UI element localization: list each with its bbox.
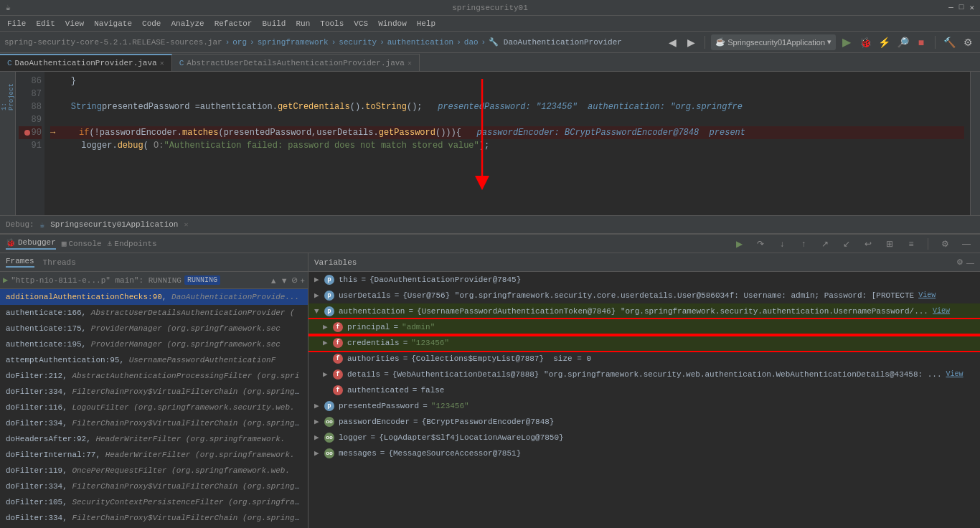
menu-analyze[interactable]: Analyze: [166, 18, 208, 29]
menu-build[interactable]: Build: [258, 18, 290, 29]
menu-file[interactable]: File: [3, 18, 30, 29]
frame-item-2[interactable]: authenticate:175, ProviderManager (org.s…: [0, 321, 308, 336]
debug-eval-btn[interactable]: ↩: [860, 236, 876, 252]
expand-principal[interactable]: ▶: [323, 321, 331, 334]
settings-button[interactable]: ⚙: [960, 34, 976, 50]
frame-item-8[interactable]: doFilter:334, FilterChainProxy$VirtualFi…: [0, 415, 308, 431]
vars-close-btn[interactable]: —: [966, 258, 974, 267]
debug-resume-btn[interactable]: ▶: [731, 236, 747, 252]
var-auth-view[interactable]: View: [933, 305, 950, 318]
frame-item-5[interactable]: doFilter:212, AbstractAuthenticationProc…: [0, 368, 308, 384]
debug-session-close[interactable]: ✕: [184, 220, 188, 229]
menu-edit[interactable]: Edit: [32, 18, 59, 29]
frame-item-13[interactable]: doFilter:105, SecurityContextPersistence…: [0, 494, 308, 510]
var-userDetails[interactable]: ▶ p userDetails = {User@756} "org.spring…: [308, 288, 980, 303]
menu-run[interactable]: Run: [291, 18, 314, 29]
var-this[interactable]: ▶ p this = {DaoAuthenticationProvider@78…: [308, 272, 980, 288]
var-authenticated[interactable]: f authenticated = false: [308, 382, 980, 398]
frames-tab[interactable]: Frames: [6, 257, 34, 268]
var-userDetails-view[interactable]: View: [918, 289, 936, 302]
thread-down-btn[interactable]: ▼: [281, 276, 288, 285]
var-messages[interactable]: ▶ oo messages = {MessageSourceAccessor@7…: [308, 446, 980, 461]
expand-presentedPassword[interactable]: ▶: [314, 400, 323, 412]
breadcrumb-authentication[interactable]: authentication: [387, 38, 453, 47]
debug-frames-btn[interactable]: ⊞: [882, 236, 897, 252]
debug-stepinto-btn[interactable]: ↓: [774, 236, 790, 252]
frame-item-11[interactable]: doFilter:119, OncePerRequestFilter (org.…: [0, 463, 308, 478]
expand-userDetails[interactable]: ▶: [314, 289, 323, 302]
menu-view[interactable]: View: [61, 18, 88, 29]
debug-stepover-btn[interactable]: ↷: [753, 236, 768, 252]
menu-window[interactable]: Window: [374, 18, 411, 29]
var-passwordEncoder[interactable]: ▶ oo passwordEncoder = {BCryptPasswordEn…: [308, 414, 980, 430]
menu-navigate[interactable]: Navigate: [90, 18, 136, 29]
build-button[interactable]: 🔨: [941, 34, 957, 50]
debug-hide-btn[interactable]: —: [958, 236, 974, 252]
frame-item-3[interactable]: authenticate:195, ProviderManager (org.s…: [0, 336, 308, 352]
thread-filter-btn[interactable]: ⊘: [291, 275, 298, 285]
var-logger[interactable]: ▶ oo logger = {LogAdapter$Slf4jLocationA…: [308, 430, 980, 446]
minimize-button[interactable]: —: [948, 3, 953, 12]
tab-abstract[interactable]: C AbstractUserDetailsAuthenticationProvi…: [172, 54, 420, 71]
expand-this[interactable]: ▶: [314, 273, 323, 286]
debug-stepout-btn[interactable]: ↑: [796, 236, 811, 252]
expand-details[interactable]: ▶: [323, 368, 331, 381]
menu-refactor[interactable]: Refactor: [210, 18, 257, 29]
expand-logger[interactable]: ▶: [314, 431, 323, 444]
expand-authentication[interactable]: ▼: [314, 305, 323, 318]
tab-debugger[interactable]: 🐞 Debugger: [6, 238, 56, 250]
frame-item-9[interactable]: doHeadersAfter:92, HeaderWriterFilter (o…: [0, 431, 308, 447]
menu-code[interactable]: Code: [138, 18, 165, 29]
sidebar-project-icon[interactable]: 1: Project: [1, 75, 14, 110]
var-authentication[interactable]: ▼ p authentication = {UsernamePasswordAu…: [308, 303, 980, 319]
menu-tools[interactable]: Tools: [316, 18, 348, 29]
maximize-button[interactable]: □: [959, 3, 964, 12]
var-authorities[interactable]: f authorities = {Collections$EmptyList@7…: [308, 351, 980, 367]
frame-item-4[interactable]: attemptAuthentication:95, UsernamePasswo…: [0, 352, 308, 368]
forward-button[interactable]: ▶: [683, 34, 699, 50]
var-details[interactable]: ▶ f details = {WebAuthenticationDetails@…: [308, 367, 980, 382]
debug-back-btn[interactable]: ↙: [839, 236, 854, 252]
vars-settings-btn[interactable]: ⚙: [956, 258, 963, 267]
close-button[interactable]: ✕: [969, 3, 974, 12]
thread-up-btn[interactable]: ▲: [270, 276, 278, 285]
menu-help[interactable]: Help: [413, 18, 440, 29]
frame-item-14[interactable]: doFilter:334, FilterChainProxy$VirtualFi…: [0, 510, 308, 526]
breadcrumb-dao[interactable]: dao: [464, 38, 479, 47]
tab-dao-close[interactable]: ✕: [160, 59, 164, 67]
tab-abstract-close[interactable]: ✕: [407, 59, 412, 67]
profile-button[interactable]: 🔎: [895, 34, 910, 50]
var-details-view[interactable]: View: [946, 368, 963, 381]
breadcrumb-org[interactable]: org: [232, 38, 247, 47]
frame-item-6[interactable]: doFilter:334, FilterChainProxy$VirtualFi…: [0, 384, 308, 400]
var-presentedPassword[interactable]: ▶ p presentedPassword = "123456": [308, 398, 980, 414]
expand-credentials[interactable]: ▶: [323, 336, 331, 349]
expand-messages[interactable]: ▶: [314, 447, 323, 460]
frame-item-12[interactable]: doFilter:334, FilterChainProxy$VirtualFi…: [0, 478, 308, 494]
stop-button[interactable]: ■: [913, 34, 929, 50]
menu-vcs[interactable]: VCS: [349, 18, 372, 29]
debug-gear-btn[interactable]: ⚙: [937, 236, 953, 252]
frame-item-0[interactable]: additionalAuthenticationChecks:90, DaoAu…: [0, 289, 308, 305]
tab-console[interactable]: ▦ Console: [62, 239, 102, 248]
tab-dao[interactable]: C DaoAuthenticationProvider.java ✕: [0, 54, 172, 71]
tab-endpoints[interactable]: ⚓ Endpoints: [108, 239, 157, 248]
debug-settings-btn[interactable]: ≡: [903, 236, 919, 252]
frame-item-1[interactable]: authenticate:166, AbstractUserDetailsAut…: [0, 305, 308, 321]
back-button[interactable]: ◀: [664, 34, 680, 50]
debug-button[interactable]: 🐞: [857, 34, 873, 50]
var-principal[interactable]: ▶ f principal = "admin": [308, 319, 980, 335]
debug-session[interactable]: Springsecurity01Application: [50, 220, 178, 229]
thread-add-btn[interactable]: +: [301, 276, 305, 285]
run-green-button[interactable]: ▶: [839, 34, 854, 50]
threads-tab[interactable]: Threads: [43, 258, 76, 267]
breadcrumb-springframework[interactable]: springframework: [258, 38, 329, 47]
debug-runtocrsr-btn[interactable]: ↗: [817, 236, 833, 252]
breadcrumb-security[interactable]: security: [339, 38, 377, 47]
frame-item-7[interactable]: doFilter:116, LogoutFilter (org.springfr…: [0, 400, 308, 415]
var-credentials[interactable]: ▶ f credentials = "123456": [308, 335, 980, 351]
coverage-button[interactable]: ⚡: [876, 34, 892, 50]
expand-passwordEncoder[interactable]: ▶: [314, 415, 323, 428]
frame-item-10[interactable]: doFilterInternal:77, HeaderWriterFilter …: [0, 447, 308, 463]
breadcrumb-class[interactable]: 🔧 DaoAuthenticationProvider: [489, 37, 622, 47]
